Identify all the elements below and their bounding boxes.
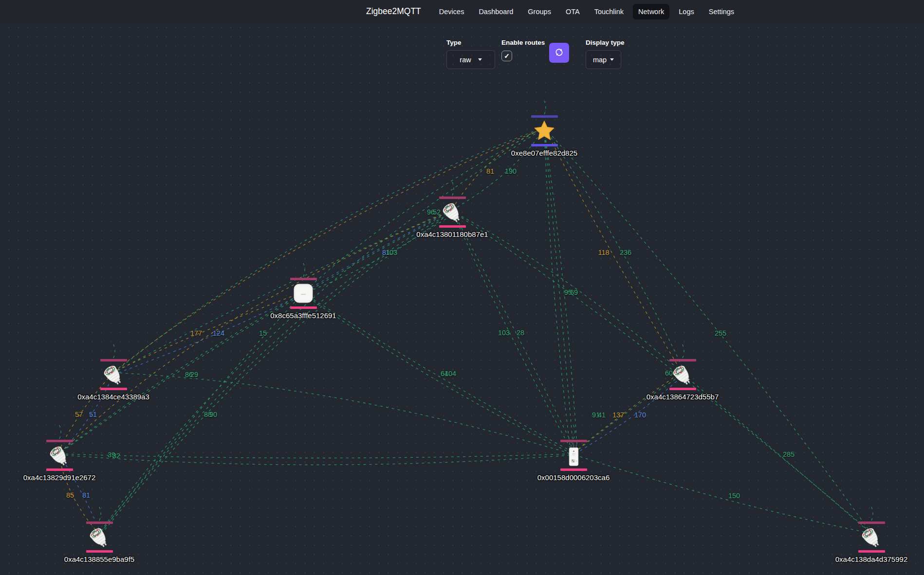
edge-lqi-label: 41 bbox=[598, 411, 606, 419]
network-node[interactable]: 0xa4c13864723d55b7 bbox=[644, 359, 721, 401]
edge-layer bbox=[0, 0, 924, 575]
node-address-label: 0xa4c138855e9ba9f5 bbox=[64, 555, 134, 563]
edge-lqi-label: 32 bbox=[112, 452, 120, 460]
edge-lqi-label: 177 bbox=[190, 329, 202, 337]
router-square-icon bbox=[292, 282, 314, 305]
network-node[interactable]: 0xe8e07efffe82d825 bbox=[505, 115, 583, 157]
edge-path bbox=[453, 212, 575, 451]
edge-lqi-label: 85 bbox=[66, 491, 74, 499]
node-bar-top bbox=[86, 521, 113, 524]
nav-item-dashboard[interactable]: Dashboard bbox=[473, 4, 518, 19]
nav-item-settings[interactable]: Settings bbox=[703, 4, 739, 19]
node-bar-top bbox=[439, 197, 466, 199]
coordinator-star-icon bbox=[533, 120, 555, 142]
edge-lqi-label: 124 bbox=[213, 329, 224, 337]
nav-item-ota[interactable]: OTA bbox=[560, 4, 585, 19]
edge-lqi-label: 118 bbox=[598, 249, 609, 256]
edge-lqi-label: 255 bbox=[715, 329, 726, 337]
edge-lqi-label: 137 bbox=[612, 411, 624, 419]
edge-lqi-label: 236 bbox=[620, 249, 631, 256]
edge-path bbox=[112, 342, 115, 358]
edge-path bbox=[544, 127, 684, 372]
network-node[interactable]: 0xa4c1384ce43389a3 bbox=[74, 359, 152, 401]
gu10-bulb-icon bbox=[48, 444, 71, 467]
node-bar-bottom bbox=[46, 468, 73, 471]
node-bar-bottom bbox=[560, 468, 587, 471]
edge-path bbox=[100, 213, 451, 533]
gu10-bulb-icon bbox=[671, 363, 694, 386]
node-address-label: 0x8c65a3fffe512691 bbox=[270, 311, 336, 320]
network-node[interactable]: 0xa4c138da4d375992 bbox=[832, 521, 910, 563]
display-type-select-value: map bbox=[593, 56, 607, 64]
edge-lqi-label: 103 bbox=[498, 329, 510, 337]
edge-path bbox=[98, 505, 101, 521]
edge-path bbox=[114, 129, 541, 372]
node-bar-bottom bbox=[100, 388, 127, 390]
smart-plug-icon bbox=[568, 444, 579, 467]
app-brand[interactable]: Zigbee2MQTT bbox=[366, 6, 421, 17]
display-type-select[interactable]: map bbox=[586, 50, 621, 69]
nav-item-devices[interactable]: Devices bbox=[434, 4, 470, 19]
network-node[interactable]: 0xa4c13801180b87e1 bbox=[413, 197, 491, 238]
edge-path bbox=[302, 261, 305, 277]
refresh-button[interactable] bbox=[549, 43, 569, 63]
gu10-bulb-icon bbox=[88, 526, 111, 548]
edge-lqi-label: 69 bbox=[570, 288, 578, 296]
chevron-down-icon bbox=[478, 58, 482, 61]
edge-path bbox=[451, 180, 454, 196]
edge-path bbox=[101, 215, 453, 534]
top-navbar: Zigbee2MQTT DevicesDashboardGroupsOTATou… bbox=[0, 0, 924, 23]
refresh-icon bbox=[554, 48, 564, 58]
node-bar-top bbox=[669, 359, 696, 361]
edge-path bbox=[544, 127, 682, 372]
node-address-label: 0xe8e07efffe82d825 bbox=[511, 149, 577, 157]
edge-lqi-label: 285 bbox=[783, 450, 795, 458]
node-bar-bottom bbox=[439, 225, 466, 228]
nav-item-network[interactable]: Network bbox=[633, 4, 669, 19]
nav-items: DevicesDashboardGroupsOTATouchlinkNetwor… bbox=[434, 4, 739, 19]
gu10-bulb-icon bbox=[441, 201, 463, 223]
chevron-down-icon bbox=[610, 58, 614, 61]
edge-lqi-label: 29 bbox=[190, 371, 198, 378]
nav-item-touchlink[interactable]: Touchlink bbox=[589, 4, 629, 19]
edge-lqi-label: 190 bbox=[505, 167, 517, 175]
network-node[interactable]: 0xa4c138855e9ba9f5 bbox=[60, 521, 138, 563]
node-bar-bottom bbox=[531, 144, 558, 146]
edge-lqi-label: 103 bbox=[386, 249, 397, 256]
checkmark-icon: ✓ bbox=[504, 52, 510, 60]
network-node[interactable]: 0xa4c13829d91e2672 bbox=[20, 440, 98, 482]
edge-lqi-label: 90 bbox=[209, 411, 217, 418]
edge-path bbox=[60, 455, 574, 465]
edge-path bbox=[682, 342, 684, 358]
node-address-label: 0xa4c1384ce43389a3 bbox=[77, 393, 149, 401]
nav-item-logs[interactable]: Logs bbox=[673, 4, 699, 19]
network-node[interactable]: 0x00158d0006203ca6 bbox=[535, 440, 612, 482]
edge-path bbox=[58, 423, 61, 439]
type-label: Type bbox=[446, 39, 462, 46]
edge-path bbox=[100, 127, 545, 532]
gu10-bulb-icon bbox=[102, 363, 125, 386]
edge-lqi-label: 28 bbox=[517, 329, 524, 337]
edge-lqi-label: 104 bbox=[444, 370, 456, 377]
node-bar-bottom bbox=[858, 550, 885, 553]
edge-path bbox=[60, 454, 573, 458]
node-bar-bottom bbox=[86, 550, 113, 553]
nav-item-groups[interactable]: Groups bbox=[522, 4, 556, 19]
node-bar-bottom bbox=[669, 388, 696, 390]
edge-path bbox=[452, 211, 573, 452]
node-address-label: 0xa4c13829d91e2672 bbox=[23, 473, 95, 482]
node-bar-top bbox=[531, 115, 558, 118]
type-select[interactable]: raw bbox=[446, 50, 495, 69]
gu10-bulb-icon bbox=[860, 526, 883, 548]
display-type-label: Display type bbox=[586, 39, 625, 46]
edge-path bbox=[870, 505, 873, 521]
network-node[interactable]: 0x8c65a3fffe512691 bbox=[264, 278, 342, 320]
enable-routes-checkbox[interactable]: ✓ bbox=[501, 51, 512, 61]
edge-path bbox=[543, 99, 546, 114]
network-map[interactable]: 8119096528110311823695691771241510328255… bbox=[0, 0, 924, 575]
edge-lqi-label: 170 bbox=[634, 411, 646, 419]
node-bar-top bbox=[46, 440, 73, 442]
edge-lqi-label: 81 bbox=[82, 491, 90, 499]
enable-routes-label: Enable routes bbox=[501, 39, 545, 46]
edge-path bbox=[116, 127, 544, 371]
